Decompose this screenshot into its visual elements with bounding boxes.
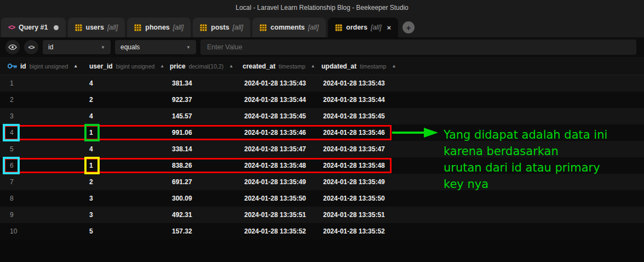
- cell-updated-at[interactable]: 2024-01-28 13:35:51: [323, 207, 385, 223]
- cell-user-id[interactable]: 4: [89, 75, 93, 92]
- table-row[interactable]: 1 4 381.34 2024-01-28 13:35:43 2024-01-2…: [0, 75, 644, 92]
- tab-scope-label: [all]: [107, 24, 118, 31]
- tab-comments[interactable]: comments [all]: [252, 18, 326, 37]
- cell-user-id[interactable]: 1: [89, 157, 93, 174]
- cell-created-at[interactable]: 2024-01-28 13:35:51: [244, 207, 306, 223]
- column-header-user-id[interactable]: user_id bigint unsigned ▲: [89, 57, 164, 75]
- code-icon: <>: [28, 44, 34, 50]
- cell-created-at[interactable]: 2024-01-28 13:35:43: [244, 75, 306, 92]
- table-row[interactable]: 2 2 922.37 2024-01-28 13:35:44 2024-01-2…: [0, 92, 644, 108]
- sort-asc-icon[interactable]: ▲: [160, 64, 164, 69]
- table-icon: [75, 24, 82, 31]
- table-row[interactable]: 9 3 492.31 2024-01-28 13:35:51 2024-01-2…: [0, 207, 644, 223]
- cell-user-id[interactable]: 4: [89, 141, 93, 157]
- cell-created-at[interactable]: 2024-01-28 13:35:52: [244, 223, 306, 240]
- tab-posts[interactable]: posts [all]: [193, 18, 250, 37]
- cell-created-at[interactable]: 2024-01-28 13:35:47: [244, 141, 306, 157]
- cell-price[interactable]: 838.26: [172, 157, 192, 174]
- cell-updated-at[interactable]: 2024-01-28 13:35:50: [323, 190, 385, 207]
- filter-value-input[interactable]: [200, 39, 636, 55]
- tab-label: orders: [346, 24, 367, 31]
- column-type: timestamp: [279, 63, 305, 70]
- cell-updated-at[interactable]: 2024-01-28 13:35:52: [323, 223, 385, 240]
- table-icon: [335, 24, 342, 31]
- cell-price[interactable]: 492.31: [172, 207, 192, 223]
- table-row[interactable]: 4 1 991.06 2024-01-28 13:35:46 2024-01-2…: [0, 124, 644, 141]
- cell-updated-at[interactable]: 2024-01-28 13:35:43: [323, 75, 385, 92]
- cell-created-at[interactable]: 2024-01-28 13:35:48: [244, 157, 306, 174]
- cell-id[interactable]: 5: [10, 141, 14, 157]
- table-row[interactable]: 3 4 145.57 2024-01-28 13:35:45 2024-01-2…: [0, 108, 644, 124]
- sort-asc-icon[interactable]: ▲: [229, 64, 233, 69]
- cell-user-id[interactable]: 2: [89, 92, 93, 108]
- filter-bar: <> id ▼ equals ▼: [0, 37, 644, 57]
- cell-user-id[interactable]: 1: [89, 124, 93, 141]
- cell-created-at[interactable]: 2024-01-28 13:35:46: [244, 124, 306, 141]
- cell-user-id[interactable]: 2: [89, 174, 93, 190]
- cell-user-id[interactable]: 3: [89, 207, 93, 223]
- cell-id[interactable]: 3: [10, 108, 14, 124]
- toggle-columns-button[interactable]: [5, 40, 20, 54]
- cell-id[interactable]: 9: [10, 207, 14, 223]
- tab-phones[interactable]: phones [all]: [127, 18, 191, 37]
- cell-updated-at[interactable]: 2024-01-28 13:35:45: [323, 108, 385, 124]
- cell-price[interactable]: 381.34: [172, 75, 192, 92]
- cell-user-id[interactable]: 4: [89, 108, 93, 124]
- table-body: 1 4 381.34 2024-01-28 13:35:43 2024-01-2…: [0, 75, 644, 240]
- filter-operator-select[interactable]: equals ▼: [115, 40, 196, 54]
- cell-id[interactable]: 1: [10, 75, 14, 92]
- column-name: user_id: [89, 62, 113, 70]
- table-row[interactable]: 7 2 691.27 2024-01-28 13:35:49 2024-01-2…: [0, 174, 644, 190]
- cell-updated-at[interactable]: 2024-01-28 13:35:49: [323, 174, 385, 190]
- column-name: price: [170, 62, 186, 70]
- cell-updated-at[interactable]: 2024-01-28 13:35:44: [323, 92, 385, 108]
- column-header-id[interactable]: id bigint unsigned ▲: [8, 57, 78, 75]
- title-bar: Local - Laravel Learn Relationship Blog …: [0, 0, 644, 15]
- sql-filter-toggle-button[interactable]: <>: [24, 40, 38, 54]
- cell-user-id[interactable]: 5: [89, 223, 93, 240]
- cell-created-at[interactable]: 2024-01-28 13:35:45: [244, 108, 306, 124]
- cell-id[interactable]: 2: [10, 92, 14, 108]
- table-row[interactable]: 8 3 300.09 2024-01-28 13:35:50 2024-01-2…: [0, 190, 644, 207]
- cell-price[interactable]: 991.06: [172, 124, 192, 141]
- new-tab-button[interactable]: +: [403, 21, 415, 33]
- cell-id[interactable]: 6: [10, 157, 14, 174]
- cell-created-at[interactable]: 2024-01-28 13:35:44: [244, 92, 306, 108]
- close-tab-icon[interactable]: ×: [387, 24, 391, 31]
- cell-price[interactable]: 922.37: [172, 92, 192, 108]
- cell-updated-at[interactable]: 2024-01-28 13:35:47: [323, 141, 385, 157]
- cell-price[interactable]: 691.27: [172, 174, 192, 190]
- table-icon: [260, 24, 267, 31]
- filter-column-select[interactable]: id ▼: [43, 40, 111, 54]
- cell-price[interactable]: 300.09: [172, 190, 192, 207]
- cell-id[interactable]: 8: [10, 190, 14, 207]
- chevron-down-icon: ▼: [182, 45, 191, 50]
- column-header-price[interactable]: price decimal(10,2) ▲: [170, 57, 233, 75]
- cell-price[interactable]: 145.57: [172, 108, 192, 124]
- tab-query-1[interactable]: <> Query #1: [1, 18, 66, 37]
- cell-price[interactable]: 338.14: [172, 141, 192, 157]
- column-header-updated-at[interactable]: updated_at timestamp ▲: [321, 57, 396, 75]
- cell-id[interactable]: 7: [10, 174, 14, 190]
- cell-created-at[interactable]: 2024-01-28 13:35:49: [244, 174, 306, 190]
- table-row[interactable]: 5 4 338.14 2024-01-28 13:35:47 2024-01-2…: [0, 141, 644, 157]
- cell-id[interactable]: 10: [10, 223, 17, 240]
- cell-updated-at[interactable]: 2024-01-28 13:35:46: [323, 124, 385, 141]
- column-type: decimal(10,2): [189, 63, 224, 70]
- column-header-created-at[interactable]: created_at timestamp ▲: [243, 57, 315, 75]
- sort-asc-icon[interactable]: ▲: [392, 64, 396, 69]
- sort-asc-icon[interactable]: ▲: [311, 64, 315, 69]
- tab-label: posts: [211, 24, 229, 31]
- cell-updated-at[interactable]: 2024-01-28 13:35:48: [323, 157, 385, 174]
- tab-scope-label: [all]: [233, 24, 243, 31]
- cell-price[interactable]: 157.32: [172, 223, 192, 240]
- filter-column-value: id: [48, 43, 53, 51]
- tab-users[interactable]: users [all]: [68, 18, 125, 37]
- tab-orders-active[interactable]: orders [all] ×: [328, 18, 398, 37]
- sort-asc-icon[interactable]: ▲: [73, 64, 78, 69]
- cell-user-id[interactable]: 3: [89, 190, 93, 207]
- cell-created-at[interactable]: 2024-01-28 13:35:50: [244, 190, 306, 207]
- table-row[interactable]: 10 5 157.32 2024-01-28 13:35:52 2024-01-…: [0, 223, 644, 240]
- table-row[interactable]: 6 1 838.26 2024-01-28 13:35:48 2024-01-2…: [0, 157, 644, 174]
- cell-id[interactable]: 4: [10, 124, 14, 141]
